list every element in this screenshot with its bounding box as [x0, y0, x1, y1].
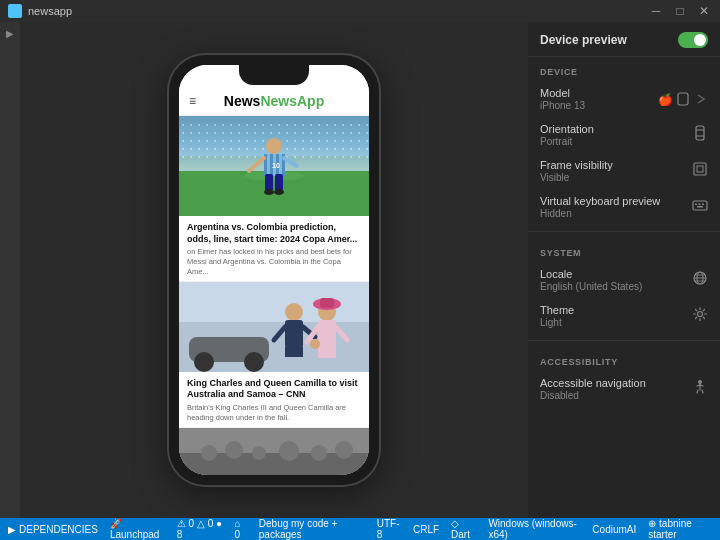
expand-icon: ▶: [8, 524, 16, 535]
theme-icon: [692, 306, 708, 326]
warnings-label: ⚠ 0 △ 0 ● 8: [177, 518, 223, 540]
setting-keyboard-preview[interactable]: Virtual keyboard preview Hidden: [528, 189, 720, 225]
encoding-label: UTF-8: [377, 518, 401, 540]
app-title: NewsNewsApp: [224, 93, 324, 109]
setting-model[interactable]: Model iPhone 13 🍎: [528, 81, 720, 117]
orientation-label: Orientation: [540, 123, 594, 135]
svg-rect-43: [678, 93, 688, 105]
locale-label: Locale: [540, 268, 642, 280]
theme-label: Theme: [540, 304, 574, 316]
royal-scene-svg: [179, 282, 369, 372]
svg-text:🍎: 🍎: [658, 92, 672, 106]
orientation-icon: [692, 125, 708, 145]
encoding-item: UTF-8: [377, 518, 401, 540]
accessible-nav-value: Disabled: [540, 390, 646, 401]
news-item-1[interactable]: Argentina vs. Colombia prediction, odds,…: [179, 216, 369, 282]
theme-value: Light: [540, 317, 574, 328]
app-content: 10 Argentina vs. Colombia prediction, od…: [179, 116, 369, 475]
maximize-button[interactable]: □: [672, 4, 688, 18]
launchpad-label: 🚀 Launchpad: [110, 518, 165, 540]
window-controls: ─ □ ✕: [648, 4, 712, 18]
debug-label: Debug my code + packages: [259, 518, 365, 540]
language-item: ◇ Dart: [451, 518, 476, 540]
section-divider-1: [528, 231, 720, 232]
soccer-player-svg: 10: [179, 116, 369, 216]
chevron-right-icon: [694, 92, 708, 106]
warnings-item[interactable]: ⚠ 0 △ 0 ● 8: [177, 518, 223, 540]
svg-rect-52: [702, 204, 704, 206]
svg-point-40: [311, 445, 327, 461]
minimize-button[interactable]: ─: [648, 4, 664, 18]
dependencies-item[interactable]: ▶ DEPENDENCIES: [8, 524, 98, 535]
keyboard-preview-label: Virtual keyboard preview: [540, 195, 660, 207]
phone-screen: ≡ NewsNewsApp: [179, 65, 369, 475]
news-summary-2: Britain's King Charles III and Queen Cam…: [187, 403, 361, 423]
svg-rect-44: [696, 126, 704, 140]
news-item-2[interactable]: King Charles and Queen Camilla to visit …: [179, 372, 369, 428]
app-title-accent: NewsApp: [260, 93, 324, 109]
model-label: Model: [540, 87, 585, 99]
setting-orientation[interactable]: Orientation Portrait: [528, 117, 720, 153]
phone-notch: [239, 65, 309, 85]
main-area: ▶ ≡ NewsNewsApp: [0, 22, 720, 518]
svg-line-14: [284, 158, 297, 166]
svg-point-12: [274, 189, 284, 195]
launchpad-item[interactable]: 🚀 Launchpad: [110, 518, 165, 540]
locale-icon: [692, 270, 708, 290]
codium-label: CodiumAI: [592, 524, 636, 535]
svg-rect-22: [285, 320, 303, 348]
svg-rect-0: [10, 6, 20, 16]
debug-item[interactable]: Debug my code + packages: [259, 518, 365, 540]
panel-header: Device preview: [528, 22, 720, 57]
setting-theme[interactable]: Theme Light: [528, 298, 720, 334]
svg-rect-49: [693, 201, 707, 210]
svg-rect-32: [318, 348, 336, 358]
home-label: ⌂ 0: [235, 518, 247, 540]
app-icon: [8, 4, 22, 18]
home-item[interactable]: ⌂ 0: [235, 518, 247, 540]
svg-point-41: [335, 441, 353, 459]
svg-text:10: 10: [272, 162, 280, 169]
svg-rect-50: [695, 204, 697, 206]
setting-accessible-nav[interactable]: Accessible navigation Disabled: [528, 371, 720, 407]
hamburger-icon[interactable]: ≡: [189, 94, 196, 108]
device-preview-area: ≡ NewsNewsApp: [20, 22, 528, 518]
svg-point-59: [698, 312, 703, 317]
svg-line-13: [249, 158, 264, 171]
close-button[interactable]: ✕: [696, 4, 712, 18]
language-label: ◇ Dart: [451, 518, 476, 540]
device-section-label: DEVICE: [528, 57, 720, 81]
setting-locale[interactable]: Locale English (United States): [528, 262, 720, 298]
right-settings-panel: Device preview DEVICE Model iPhone 13 🍎: [528, 22, 720, 518]
system-section-label: SYSTEM: [528, 238, 720, 262]
frame-icon: [692, 161, 708, 177]
news-summary-1: on Eimer has locked in his picks and bes…: [187, 247, 361, 276]
expand-sidebar-button[interactable]: ▶: [4, 26, 16, 41]
news-headline-2: King Charles and Queen Camilla to visit …: [187, 378, 361, 401]
apple-icon: 🍎: [658, 92, 672, 106]
svg-point-11: [264, 189, 274, 195]
model-info: Model iPhone 13: [540, 87, 585, 111]
svg-rect-1: [179, 176, 369, 216]
royal-scene: [179, 282, 369, 372]
setting-frame-visibility[interactable]: Frame visibility Visible: [528, 153, 720, 189]
frame-visibility-value: Visible: [540, 172, 613, 183]
accessibility-section-label: ACCESSIBILITY: [528, 347, 720, 371]
frame-visibility-info: Frame visibility Visible: [540, 159, 613, 183]
svg-rect-47: [694, 163, 706, 175]
news-image-3-svg: [179, 428, 369, 476]
tabnine-item: ⊕ tabnine starter: [648, 518, 712, 540]
keyboard-icon: [692, 197, 708, 217]
keyboard-svg: [692, 197, 708, 213]
lineending-item: CRLF: [413, 524, 439, 535]
svg-rect-48: [697, 166, 703, 172]
title-bar-text: newsapp: [28, 5, 642, 17]
locale-info: Locale English (United States): [540, 268, 642, 292]
news-image-1: 10: [179, 116, 369, 216]
svg-point-19: [194, 352, 214, 372]
svg-point-37: [225, 441, 243, 459]
device-preview-toggle[interactable]: [678, 32, 708, 48]
news-image-2: [179, 282, 369, 372]
globe-icon: [692, 270, 708, 286]
svg-rect-53: [697, 206, 703, 208]
